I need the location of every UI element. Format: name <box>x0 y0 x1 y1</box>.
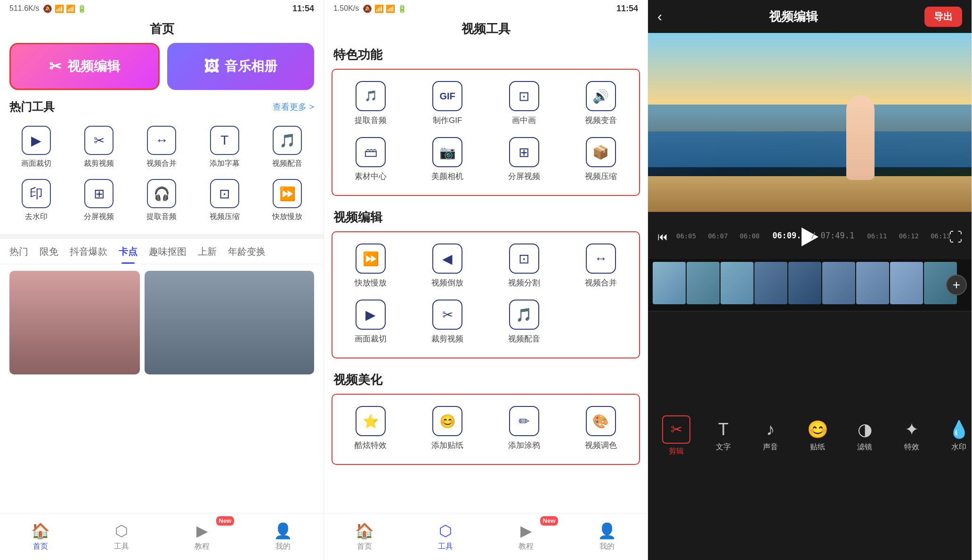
tool-speed[interactable]: ⏩ 快放慢放 <box>256 174 319 227</box>
see-more-link[interactable]: 查看更多 > <box>273 101 314 113</box>
vb-color-label: 视频调色 <box>585 440 617 451</box>
nav-tutorial[interactable]: New ▶ 教程 <box>162 513 243 560</box>
tool-split-screen[interactable]: ⊞ 分屏视频 <box>67 174 130 227</box>
tool-extract-audio[interactable]: 🎧 提取音频 <box>130 174 193 227</box>
tab-age[interactable]: 年龄变换 <box>228 241 266 264</box>
vb-graffiti[interactable]: ✏ 添加涂鸦 <box>486 401 563 457</box>
vb-sticker[interactable]: 😊 添加贴纸 <box>409 401 486 457</box>
tool-sticker[interactable]: 😊 贴纸 <box>794 415 841 457</box>
feat-gif-icon: GIF <box>432 81 462 111</box>
export-button[interactable]: 导出 <box>924 7 962 27</box>
tool-video-dub[interactable]: 🎵 视频配音 <box>256 121 319 174</box>
nav2-tools[interactable]: ⬡ 工具 <box>405 513 486 560</box>
ve-merge[interactable]: ↔ 视频合并 <box>562 239 639 295</box>
cut-video-label: 裁剪视频 <box>84 159 114 168</box>
divider-1 <box>0 234 324 239</box>
content-card-1[interactable] <box>9 271 140 374</box>
nav2-home[interactable]: 🏠 首页 <box>324 513 405 560</box>
nav2-profile[interactable]: 👤 我的 <box>567 513 648 560</box>
ve-reverse[interactable]: ◀ 视频倒放 <box>409 239 486 295</box>
tool-filter[interactable]: ◑ 滤镜 <box>841 415 888 457</box>
split-label: 分屏视频 <box>84 212 114 221</box>
feat-audio-label: 提取音频 <box>355 115 387 126</box>
music-album-label: 音乐相册 <box>225 57 277 75</box>
tool-remove-watermark[interactable]: 印 去水印 <box>5 174 67 227</box>
feat-material-center[interactable]: 🗃 素材中心 <box>332 132 409 188</box>
add-clip-button[interactable]: + <box>946 275 967 295</box>
ve-crop-label: 画面裁切 <box>355 333 387 344</box>
nav-home[interactable]: 🏠 首页 <box>0 513 81 560</box>
thumb-7 <box>856 262 889 304</box>
feat-compress[interactable]: 📦 视频压缩 <box>562 132 639 188</box>
feat-voice-change[interactable]: 🔊 视频变音 <box>562 76 639 132</box>
content-tabs: 热门 限免 抖音爆款 卡点 趣味抠图 上新 年龄变换 <box>0 241 324 264</box>
nav2-home-icon: 🏠 <box>355 522 374 540</box>
tool-merge-video[interactable]: ↔ 视频合并 <box>130 121 193 174</box>
tool-crop-screen[interactable]: ▶ 画面裁切 <box>5 121 67 174</box>
feat-compress-icon: 📦 <box>586 137 616 167</box>
subtitle-icon: T <box>210 126 239 155</box>
nav-tools-label: 工具 <box>114 542 129 552</box>
timeline-current: 06:09.6 <box>772 231 806 240</box>
tool-effects[interactable]: ✦ 特效 <box>888 415 935 457</box>
tool-audio-label: 声音 <box>763 442 778 452</box>
tab-hot[interactable]: 热门 <box>9 241 28 264</box>
feat-split-screen[interactable]: ⊞ 分屏视频 <box>486 132 563 188</box>
ve-dub[interactable]: 🎵 视频配音 <box>486 295 563 351</box>
tool-compress[interactable]: ⊡ 视频压缩 <box>193 174 256 227</box>
watermark-icon: 印 <box>22 179 51 208</box>
tool-text[interactable]: T 文字 <box>700 415 747 457</box>
feat-make-gif[interactable]: GIF 制作GIF <box>409 76 486 132</box>
ve-cut[interactable]: ✂ 裁剪视频 <box>409 295 486 351</box>
tool-watermark[interactable]: 💧 水印 <box>935 415 972 457</box>
merge-video-icon: ↔ <box>147 126 176 155</box>
vb-effects-icon: ⭐ <box>356 406 386 436</box>
video-edit-section-title: 视频编辑 <box>324 204 648 231</box>
panel-tools: 1.50K/s 🔕 📶 📶 🔋 11:54 视频工具 特色功能 🎵 提取音频 G… <box>324 0 648 560</box>
tab-new[interactable]: 上新 <box>198 241 217 264</box>
nav-profile[interactable]: 👤 我的 <box>243 513 324 560</box>
tools-icon: ⬡ <box>115 522 128 540</box>
tool-audio[interactable]: ♪ 声音 <box>747 415 794 457</box>
back-button[interactable]: ‹ <box>657 8 662 24</box>
video-edit-hero-button[interactable]: ✂ 视频编辑 <box>9 43 160 90</box>
ve-speed[interactable]: ⏩ 快放慢放 <box>332 239 409 295</box>
sticker-icon: 😊 <box>807 420 828 439</box>
tab-matting[interactable]: 趣味抠图 <box>149 241 186 264</box>
skip-back-button[interactable]: ⏮ <box>656 229 670 245</box>
music-album-hero-button[interactable]: 🖼 音乐相册 <box>167 43 315 90</box>
ve-speed-icon: ⏩ <box>356 243 386 274</box>
tool-watermark-label: 水印 <box>951 442 966 452</box>
feat-extract-audio[interactable]: 🎵 提取音频 <box>332 76 409 132</box>
tool-add-subtitle[interactable]: T 添加字幕 <box>193 121 256 174</box>
time-2: 11:54 <box>616 4 638 14</box>
vb-color-icon: 🎨 <box>586 406 616 436</box>
ve-crop[interactable]: ▶ 画面裁切 <box>332 295 409 351</box>
fullscreen-button[interactable]: ⛶ <box>949 229 962 245</box>
thumb-8 <box>890 262 923 304</box>
ve-split-label: 视频分割 <box>508 277 540 288</box>
feat-pip[interactable]: ⊡ 画中画 <box>486 76 563 132</box>
ve-dub-label: 视频配音 <box>508 333 540 344</box>
content-card-2[interactable] <box>145 271 314 374</box>
video-preview <box>648 33 972 212</box>
timeline-strip[interactable]: + <box>648 259 972 311</box>
audio-icon: 🎧 <box>147 179 176 208</box>
tool-filter-label: 滤镜 <box>857 442 872 452</box>
tab-douyin[interactable]: 抖音爆款 <box>70 241 107 264</box>
feat-beauty-cam[interactable]: 📷 美颜相机 <box>409 132 486 188</box>
ve-split[interactable]: ⊡ 视频分割 <box>486 239 563 295</box>
tab-free[interactable]: 限免 <box>40 241 58 264</box>
ve-reverse-label: 视频倒放 <box>431 277 463 288</box>
nav2-tutorial[interactable]: New ▶ 教程 <box>486 513 567 560</box>
tool-cut-video[interactable]: ✂ 裁剪视频 <box>67 121 130 174</box>
cut-video-icon: ✂ <box>84 126 113 155</box>
nav-tools[interactable]: ⬡ 工具 <box>81 513 162 560</box>
vb-effects[interactable]: ⭐ 酷炫特效 <box>332 401 409 457</box>
dub-icon: 🎵 <box>273 126 302 155</box>
ve-speed-label: 快放慢放 <box>355 277 387 288</box>
effects-icon: ✦ <box>905 420 919 439</box>
tool-cut[interactable]: ✂ 剪辑 <box>653 411 700 461</box>
tab-kapoint[interactable]: 卡点 <box>119 241 138 264</box>
vb-color[interactable]: 🎨 视频调色 <box>562 401 639 457</box>
